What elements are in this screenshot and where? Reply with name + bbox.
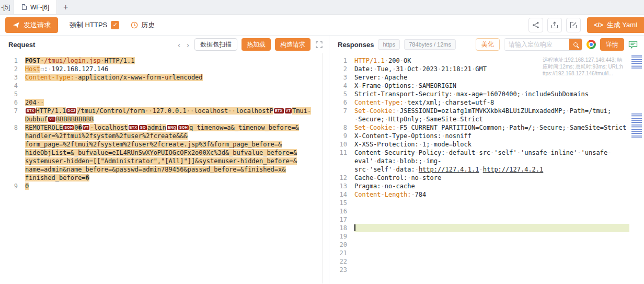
line-number: 23 <box>329 266 354 274</box>
code-icon: </> <box>594 21 603 29</box>
tab-bar: -[5] WF-[6] + <box>0 0 644 15</box>
line-number: 6 <box>0 98 25 107</box>
code-line[interactable]: 20 <box>329 241 644 249</box>
line-number: 14 <box>329 190 354 199</box>
construct-request-button[interactable]: 构造请求 <box>275 38 310 51</box>
hot-reload-button[interactable]: 热加载 <box>242 38 271 51</box>
generate-yaml-button[interactable]: </> 生成 Yaml <box>587 17 644 33</box>
minimap[interactable] <box>631 54 643 283</box>
code-line[interactable]: 10X-XSS-Protection:·1;​·mode=block <box>329 140 644 149</box>
export-button[interactable] <box>547 18 562 32</box>
search-icon <box>573 42 578 47</box>
line-number: 3 <box>329 73 354 82</box>
code-line[interactable]: 11Content-Security-Policy:·default-src·'… <box>329 149 644 174</box>
main-split: Request ‹ › 数据包扫描 热加载 构造请求 1POST·/tmui/l… <box>0 36 644 283</box>
send-request-button[interactable]: 发送请求 <box>5 17 58 33</box>
prev-request-button[interactable]: ‹ <box>177 41 181 49</box>
beautify-button[interactable]: 美化 <box>476 38 500 51</box>
code-line[interactable]: 4X-Frame-Options:·SAMEORIGIN <box>329 82 644 90</box>
code-line[interactable]: 22 <box>329 257 644 266</box>
code-line[interactable]: 16 <box>329 207 644 215</box>
code-line[interactable]: 4 <box>0 82 322 90</box>
generate-yaml-label: 生成 Yaml <box>607 20 637 30</box>
clock-icon <box>131 21 138 29</box>
code-line[interactable]: 90 <box>0 182 322 190</box>
chrome-icon[interactable] <box>586 40 596 49</box>
code-line[interactable]: 7Set-Cookie:·JSESSIONID=ozlafg1mTMVKXkbk… <box>329 107 644 123</box>
share-icon <box>532 21 539 29</box>
history-button[interactable]: 历史 <box>131 20 155 30</box>
code-line[interactable]: 8Set-Cookie:·F5_CURRENT_PARTITION=Common… <box>329 123 644 132</box>
edit-button[interactable] <box>566 18 581 32</box>
request-title: Request <box>8 41 35 49</box>
code-line[interactable]: 5 <box>0 90 322 98</box>
search-box <box>504 38 582 51</box>
code-line[interactable]: 5Strict-Transport-Security:·max-age=1607… <box>329 90 644 98</box>
line-number: 13 <box>329 182 354 190</box>
force-https-checkbox[interactable]: ✓ <box>111 21 119 29</box>
line-number: 7 <box>329 107 354 115</box>
add-tab-button[interactable]: + <box>63 3 68 12</box>
protocol-badge: https <box>378 39 400 50</box>
code-line[interactable]: 18 <box>329 224 644 232</box>
line-number: 9 <box>0 182 25 190</box>
code-line[interactable]: 7STXHTTP/1.1DC2/tmui/Control/form··127.0… <box>0 107 322 123</box>
code-line[interactable]: 23 <box>329 266 644 274</box>
code-line[interactable]: 2Host□:·192.168.127.146 <box>0 65 322 73</box>
line-number: 19 <box>329 232 354 241</box>
code-line[interactable]: 1HTTP/1.1·200·OK <box>329 56 644 65</box>
code-line[interactable]: 8REMOTEROLESOH0�VT·localhostETXSOadminEN… <box>0 123 322 182</box>
fullscreen-icon[interactable] <box>315 41 324 48</box>
force-https-label: 强制 HTTPS <box>70 20 107 30</box>
response-panel: Responses https 784bytes / 12ms 美化 详情 <box>329 36 644 283</box>
line-number: 7 <box>0 107 25 115</box>
line-number: 4 <box>329 82 354 90</box>
line-number: 5 <box>329 90 354 98</box>
next-request-button[interactable]: › <box>186 41 190 49</box>
code-line[interactable]: 6Content-Type:·text/xml;​·charset=utf-8 <box>329 98 644 107</box>
response-header: Responses https 784bytes / 12ms 美化 详情 <box>329 36 644 53</box>
code-line[interactable]: 19 <box>329 232 644 241</box>
line-number: 10 <box>329 140 354 149</box>
force-https-toggle[interactable]: 强制 HTTPS ✓ <box>70 20 119 30</box>
request-panel: Request ‹ › 数据包扫描 热加载 构造请求 1POST·/tmui/l… <box>0 36 329 283</box>
document-icon <box>21 4 27 10</box>
line-number: 8 <box>0 123 25 132</box>
line-number: 1 <box>0 56 25 65</box>
search-button[interactable] <box>569 39 582 50</box>
code-line[interactable]: 13Pragma:·no-cache <box>329 182 644 190</box>
code-line[interactable]: 21 <box>329 249 644 257</box>
request-editor[interactable]: 1POST·/tmui/login.jsp·HTTP/1.12Host□:·19… <box>0 53 323 283</box>
minimap-block <box>631 55 642 69</box>
line-number: 11 <box>329 149 354 157</box>
code-line[interactable]: 9X-Content-Type-Options:·nosniff <box>329 132 644 140</box>
code-line[interactable]: 3Server:·Apache <box>329 73 644 82</box>
code-line[interactable]: 1POST·/tmui/login.jsp·HTTP/1.1 <box>0 56 322 65</box>
search-input[interactable] <box>504 39 569 50</box>
line-number: 3 <box>0 73 25 82</box>
line-number: 2 <box>329 65 354 73</box>
response-editor[interactable]: 1HTTP/1.1·200·OK2Date:·Tue,·31·Oct·2023·… <box>329 53 644 283</box>
code-line[interactable]: 15 <box>329 199 644 207</box>
detail-button[interactable]: 详情 <box>600 38 624 51</box>
code-line[interactable]: 17 <box>329 215 644 224</box>
webfuzzer-app: -[5] WF-[6] + 发送请求 强制 HTTPS ✓ <box>0 0 644 283</box>
response-title: Responses <box>338 41 374 49</box>
packet-scan-button[interactable]: 数据包扫描 <box>194 38 237 51</box>
response-controls: 美化 详情 <box>476 38 639 51</box>
code-line[interactable]: 2Date:·Tue,·31·Oct·2023·21:18:21·GMT <box>329 65 644 73</box>
code-line[interactable]: 12Cache-Control:·no-store <box>329 174 644 182</box>
line-number: 4 <box>0 82 25 90</box>
line-number: 16 <box>329 207 354 215</box>
tab-label: WF-[6] <box>30 4 49 11</box>
code-line[interactable]: 3Content-Type:·application/x-www-form-ur… <box>0 73 322 82</box>
line-number: 17 <box>329 215 354 224</box>
code-line[interactable]: 14Content-Length:·784 <box>329 190 644 199</box>
tab-previous-partial[interactable]: -[5] <box>0 4 14 11</box>
share-button[interactable] <box>528 18 543 32</box>
comment-icon[interactable] <box>628 40 639 49</box>
code-line[interactable]: 6204·· <box>0 98 322 107</box>
export-icon <box>551 21 558 29</box>
line-number: 8 <box>329 123 354 132</box>
tab-active[interactable]: WF-[6] <box>14 0 57 14</box>
